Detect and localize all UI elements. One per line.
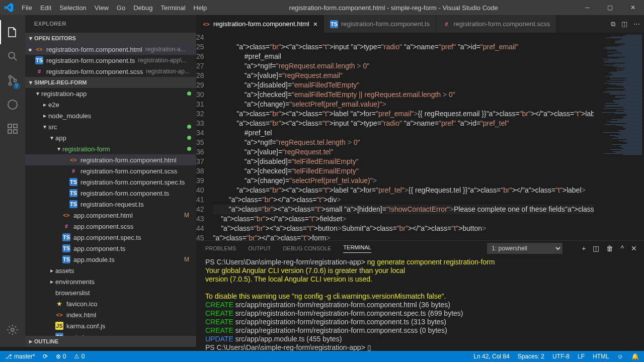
tree-item[interactable]: TSapp.module.tsM (25, 254, 196, 265)
status-item[interactable]: Spaces: 2 (518, 353, 544, 360)
editor-area: <>registration-form.component.html×TSreg… (196, 15, 644, 240)
svg-point-2 (9, 83, 12, 85)
editor-tab[interactable]: #registration-form.component.scss (436, 15, 556, 33)
status-item[interactable]: 🔔 (631, 353, 639, 360)
panel-tab-debug[interactable]: DEBUG CONSOLE (283, 245, 331, 251)
status-warnings[interactable]: ⚠ 0 (74, 353, 85, 360)
menu-selection[interactable]: Selection (55, 4, 90, 12)
maximize-icon[interactable]: ▢ (599, 4, 621, 11)
tree-item[interactable]: <>registration-form.component.html (25, 154, 196, 165)
menu-go[interactable]: Go (113, 4, 129, 12)
split-icon[interactable]: ◫ (621, 20, 627, 28)
svg-point-3 (14, 79, 17, 82)
tree-item[interactable]: TSregistration-form.component.ts (25, 188, 196, 199)
sidebar-explorer: EXPLORER ▾OPEN EDITORS ●<>registration-f… (25, 15, 196, 347)
menu-view[interactable]: View (91, 4, 113, 12)
status-bar: ⎇ master* ⟳ ⊗ 0 ⚠ 0 Ln 42, Col 84Spaces:… (0, 351, 644, 362)
terminal[interactable]: PS C:\Users\Dan\simple-reg-form\registra… (196, 256, 644, 354)
terminal-selector[interactable]: 1: powershell (487, 243, 562, 254)
open-editor-item[interactable]: #registration-form.component.scssregistr… (25, 66, 196, 77)
status-item[interactable]: UTF-8 (552, 353, 570, 360)
compare-icon[interactable]: ⧉ (611, 20, 615, 28)
tree-item[interactable]: ★favicon.ico (25, 298, 196, 309)
editor-tab[interactable]: <>registration-form.component.html× (196, 15, 324, 33)
extensions-icon[interactable] (0, 117, 25, 141)
more-icon[interactable]: ⋯ (633, 20, 640, 28)
panel: PROBLEMS OUTPUT DEBUG CONSOLE TERMINAL 1… (196, 240, 644, 347)
git-branch[interactable]: ⎇ master* (5, 353, 35, 360)
kill-terminal-icon[interactable]: 🗑 (606, 244, 613, 252)
menu-help[interactable]: Help (190, 4, 211, 12)
gear-icon[interactable] (0, 318, 25, 342)
open-editor-item[interactable]: TSregistration-form.component.tsregistra… (25, 55, 196, 66)
tree-item[interactable]: #registration-form.component.scss (25, 165, 196, 176)
minimap[interactable] (594, 33, 644, 240)
tree-item[interactable]: browserslist (25, 287, 196, 298)
panel-tab-problems[interactable]: PROBLEMS (205, 245, 236, 251)
menu-edit[interactable]: Edit (36, 4, 55, 12)
search-icon[interactable] (0, 44, 25, 68)
panel-tab-output[interactable]: OUTPUT (248, 245, 271, 251)
close-icon[interactable]: ✕ (621, 4, 644, 11)
vscode-logo-icon (0, 3, 18, 12)
tree-item[interactable]: ▾registration-form (25, 143, 196, 154)
editor-tab[interactable]: TSregistration-form.component.ts (324, 15, 436, 33)
open-editor-item[interactable]: ●<>registration-form.component.htmlregis… (25, 44, 196, 55)
panel-tabs: PROBLEMS OUTPUT DEBUG CONSOLE TERMINAL 1… (196, 241, 644, 256)
status-item[interactable]: Ln 42, Col 84 (473, 353, 509, 360)
tree-item[interactable]: TSregistration-request.ts (25, 199, 196, 210)
tree-item[interactable]: TSapp.component.spec.ts (25, 232, 196, 243)
status-errors[interactable]: ⊗ 0 (56, 353, 66, 360)
tree-item[interactable]: ▾src (25, 121, 196, 132)
tree-item[interactable]: ▸environments (25, 276, 196, 287)
tree-item[interactable]: JSkarma.conf.js (25, 320, 196, 331)
tree-item[interactable]: ▾app (25, 132, 196, 143)
menu-debug[interactable]: Debug (129, 4, 156, 12)
status-item[interactable]: ☺ (617, 353, 623, 360)
explorer-icon[interactable] (0, 20, 25, 44)
minimize-icon[interactable]: ─ (576, 4, 599, 11)
git-sync[interactable]: ⟳ (43, 353, 48, 360)
panel-tab-terminal[interactable]: TERMINAL (343, 244, 371, 253)
svg-rect-7 (14, 130, 17, 133)
tree-item[interactable]: <>app.component.htmlM (25, 210, 196, 221)
tree-item[interactable]: TSregistration-form.component.spec.ts (25, 176, 196, 188)
close-panel-icon[interactable]: ✕ (631, 244, 637, 252)
svg-point-0 (9, 52, 15, 58)
svg-point-1 (9, 76, 12, 78)
title-bar: FileEditSelectionViewGoDebugTerminalHelp… (0, 0, 644, 15)
tree-item[interactable]: ▸node_modules (25, 110, 196, 121)
svg-point-9 (11, 328, 14, 331)
status-item[interactable]: HTML (593, 353, 609, 360)
tree-item[interactable]: #app.component.scss (25, 221, 196, 232)
menu-file[interactable]: File (18, 4, 36, 12)
folder-section[interactable]: ▾SIMPLE-REG-FORM (25, 77, 196, 88)
code-editor[interactable]: 2425262728293031323334353637383940414243… (196, 33, 594, 240)
editor-tabs: <>registration-form.component.html×TSreg… (196, 15, 644, 33)
new-terminal-icon[interactable]: + (582, 244, 586, 252)
debug-icon[interactable] (0, 93, 25, 117)
tree-item[interactable]: TSapp.component.ts (25, 243, 196, 254)
tree-item[interactable]: ▸e2e (25, 99, 196, 110)
maximize-panel-icon[interactable]: ^ (620, 244, 624, 252)
svg-rect-8 (14, 124, 17, 128)
tab-close-icon[interactable]: × (313, 20, 317, 28)
split-terminal-icon[interactable]: ◫ (593, 244, 599, 252)
svg-rect-5 (8, 124, 12, 128)
window-title: registration-form.component.html - simpl… (211, 4, 576, 12)
status-item[interactable]: LF (578, 353, 585, 360)
menu-terminal[interactable]: Terminal (156, 4, 189, 12)
tree-item[interactable]: <>index.html (25, 309, 196, 320)
open-editors-section[interactable]: ▾OPEN EDITORS (25, 33, 196, 44)
sidebar-header: EXPLORER (25, 15, 196, 33)
menu-bar: FileEditSelectionViewGoDebugTerminalHelp (18, 4, 211, 12)
tree-item[interactable]: ▾registration-app (25, 88, 196, 99)
outline-section[interactable]: ▸OUTLINE (25, 336, 196, 347)
activity-bar: 9 (0, 15, 25, 347)
scm-badge: 9 (13, 82, 20, 89)
source-control-icon[interactable]: 9 (0, 68, 25, 93)
tree-item[interactable]: ▸assets (25, 265, 196, 276)
svg-rect-6 (8, 130, 12, 133)
